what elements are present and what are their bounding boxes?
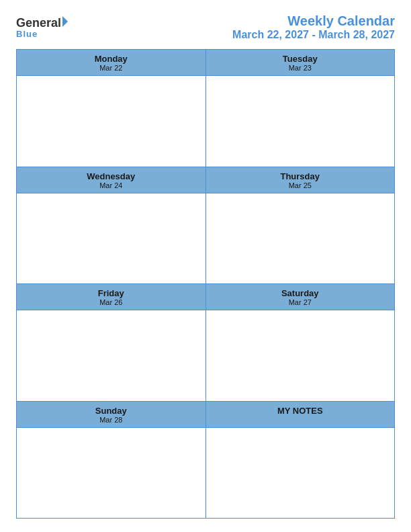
notes-content	[206, 428, 395, 519]
row1-content	[17, 76, 394, 167]
sunday-header: Sunday Mar 28	[17, 402, 206, 427]
row4-content	[17, 428, 394, 519]
saturday-name: Saturday	[209, 288, 392, 298]
logo-blue-label: Blue	[16, 29, 38, 39]
thursday-name: Thursday	[209, 171, 392, 181]
row3-header: Friday Mar 26 Saturday Mar 27	[17, 284, 394, 310]
calendar-grid: Monday Mar 22 Tuesday Mar 23 Wednesday M…	[16, 49, 395, 519]
row2-header: Wednesday Mar 24 Thursday Mar 25	[17, 167, 394, 193]
tuesday-content	[206, 76, 395, 167]
wednesday-date: Mar 24	[19, 181, 203, 189]
friday-name: Friday	[19, 288, 203, 298]
monday-content	[17, 76, 206, 167]
calendar-date-range: March 22, 2027 - March 28, 2027	[232, 29, 395, 41]
week-row-1: Monday Mar 22 Tuesday Mar 23	[17, 50, 394, 167]
row4-header: Sunday Mar 28 MY NOTES	[17, 402, 394, 428]
friday-header: Friday Mar 26	[17, 284, 206, 310]
notes-label: MY NOTES	[209, 406, 392, 416]
logo-top: General	[16, 16, 68, 30]
notes-header: MY NOTES	[206, 402, 395, 427]
saturday-date: Mar 27	[209, 298, 392, 306]
wednesday-header: Wednesday Mar 24	[17, 167, 206, 193]
sunday-content	[17, 428, 206, 519]
sunday-date: Mar 28	[19, 416, 203, 424]
saturday-content	[206, 310, 395, 401]
friday-date: Mar 26	[19, 298, 203, 306]
row2-content	[17, 193, 394, 284]
monday-name: Monday	[19, 54, 203, 64]
logo: General Blue	[16, 16, 68, 39]
thursday-date: Mar 25	[209, 181, 392, 189]
monday-header: Monday Mar 22	[17, 50, 206, 75]
saturday-header: Saturday Mar 27	[206, 284, 395, 310]
calendar-title: Weekly Calendar	[232, 13, 395, 29]
sunday-name: Sunday	[19, 406, 203, 416]
monday-date: Mar 22	[19, 64, 203, 72]
row3-content	[17, 310, 394, 401]
friday-content	[17, 310, 206, 401]
row1-header: Monday Mar 22 Tuesday Mar 23	[17, 50, 394, 76]
page: General Blue Weekly Calendar March 22, 2…	[0, 0, 411, 532]
week-row-4: Sunday Mar 28 MY NOTES	[17, 402, 394, 519]
tuesday-name: Tuesday	[209, 54, 392, 64]
thursday-header: Thursday Mar 25	[206, 167, 395, 193]
logo-triangle-icon	[62, 16, 68, 27]
tuesday-header: Tuesday Mar 23	[206, 50, 395, 75]
wednesday-name: Wednesday	[19, 171, 203, 181]
thursday-content	[206, 193, 395, 284]
wednesday-content	[17, 193, 206, 284]
tuesday-date: Mar 23	[209, 64, 392, 72]
title-section: Weekly Calendar March 22, 2027 - March 2…	[232, 13, 395, 41]
logo-general-text: General	[16, 16, 61, 30]
week-row-2: Wednesday Mar 24 Thursday Mar 25	[17, 167, 394, 285]
week-row-3: Friday Mar 26 Saturday Mar 27	[17, 284, 394, 402]
header: General Blue Weekly Calendar March 22, 2…	[16, 13, 395, 41]
